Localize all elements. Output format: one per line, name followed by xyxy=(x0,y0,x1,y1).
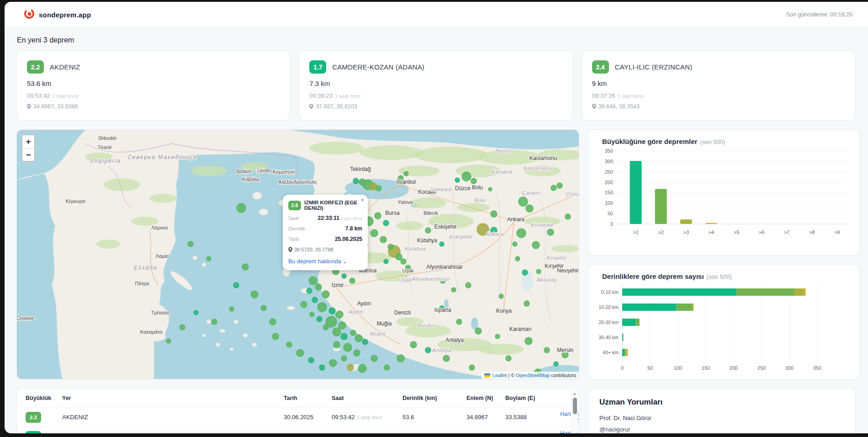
earthquake-marker[interactable] xyxy=(180,325,185,330)
earthquake-marker[interactable] xyxy=(383,220,389,226)
popup-about-link[interactable]: Bu deprem hakkında ⌄ xyxy=(288,258,362,265)
earthquake-marker[interactable] xyxy=(286,342,292,347)
popup-close-icon[interactable]: × xyxy=(360,197,364,203)
earthquake-marker[interactable] xyxy=(261,305,266,311)
earthquake-marker[interactable] xyxy=(342,274,346,278)
earthquake-marker[interactable] xyxy=(532,241,540,249)
earthquake-marker[interactable] xyxy=(272,333,279,340)
earthquake-marker[interactable] xyxy=(410,341,417,348)
earthquake-marker[interactable] xyxy=(396,254,402,260)
earthquake-marker[interactable] xyxy=(544,347,550,353)
earthquake-marker[interactable] xyxy=(270,319,276,325)
earthquake-card[interactable]: 2.4CAYLI-ILIC (ERZINCAN)9 km09:37:261 sa… xyxy=(582,51,855,121)
earthquake-marker[interactable] xyxy=(506,356,511,361)
earthquake-marker[interactable] xyxy=(233,282,239,288)
earthquake-marker[interactable] xyxy=(370,229,378,237)
earthquake-marker[interactable] xyxy=(229,307,234,311)
earthquake-marker[interactable] xyxy=(339,322,346,329)
earthquake-marker[interactable] xyxy=(371,355,377,362)
earthquake-marker[interactable] xyxy=(206,256,211,261)
earthquake-marker[interactable] xyxy=(333,341,340,348)
earthquake-marker[interactable] xyxy=(319,365,325,370)
earthquake-marker[interactable] xyxy=(456,319,462,325)
earthquake-marker[interactable] xyxy=(309,277,317,285)
table-row[interactable]: 2.2AKDENIZ30.06.202509:53:421 saat önce5… xyxy=(17,408,579,427)
earthquake-marker[interactable] xyxy=(375,213,381,219)
earthquake-marker[interactable] xyxy=(471,178,476,184)
earthquake-marker[interactable] xyxy=(237,203,246,213)
earthquake-marker[interactable] xyxy=(242,264,249,270)
earthquake-marker[interactable] xyxy=(376,186,381,191)
earthquake-marker[interactable] xyxy=(194,310,198,315)
earthquake-card[interactable]: 1.7CAMDERE-KOZAN (ADANA)7.3 km09:39:231 … xyxy=(299,51,572,121)
earthquake-marker[interactable] xyxy=(515,256,520,261)
earthquake-marker[interactable] xyxy=(188,241,193,247)
earthquake-marker[interactable] xyxy=(323,325,328,330)
earthquake-marker[interactable] xyxy=(301,301,307,308)
earthquake-marker[interactable] xyxy=(308,357,314,363)
leaflet-link[interactable]: Leaflet xyxy=(492,373,507,378)
earthquake-marker[interactable] xyxy=(491,211,497,217)
earthquake-marker[interactable] xyxy=(318,303,327,312)
earthquake-marker[interactable] xyxy=(310,312,314,317)
expert-handle[interactable]: @nacigorur xyxy=(599,426,844,433)
scrollbar-up-arrow-icon[interactable]: ▲ xyxy=(572,389,578,396)
earthquake-marker[interactable] xyxy=(404,171,408,176)
earthquake-marker[interactable] xyxy=(353,178,359,184)
earthquake-marker[interactable] xyxy=(296,349,304,357)
earthquake-marker[interactable] xyxy=(212,319,217,325)
earthquake-marker[interactable] xyxy=(347,364,354,371)
earthquake-marker[interactable] xyxy=(251,291,258,298)
table-row[interactable]: 1.7CAMDERE-KOZAN (ADANA)30.06.202509:39:… xyxy=(17,427,579,433)
earthquake-marker[interactable] xyxy=(384,365,390,370)
earthquake-marker[interactable] xyxy=(522,270,528,275)
earthquake-marker[interactable] xyxy=(565,214,571,219)
earthquake-marker[interactable] xyxy=(322,291,329,298)
earthquake-marker[interactable] xyxy=(397,355,404,362)
earthquake-marker[interactable] xyxy=(525,337,532,345)
earthquake-marker[interactable] xyxy=(384,259,388,264)
earthquake-marker[interactable] xyxy=(517,229,526,238)
earthquake-marker[interactable] xyxy=(315,284,322,290)
earthquake-marker[interactable] xyxy=(350,330,356,336)
earthquake-marker[interactable] xyxy=(466,282,471,288)
earthquake-marker[interactable] xyxy=(354,350,360,356)
earthquake-marker[interactable] xyxy=(439,242,444,246)
earthquake-marker[interactable] xyxy=(469,365,475,370)
osm-link[interactable]: OpenStreetMap xyxy=(516,373,550,378)
earthquake-marker[interactable] xyxy=(462,172,471,181)
earthquake-marker[interactable] xyxy=(341,356,347,361)
earthquake-marker[interactable] xyxy=(380,236,386,243)
earthquake-marker[interactable] xyxy=(425,347,431,353)
earthquake-marker[interactable] xyxy=(547,229,554,235)
earthquake-marker[interactable] xyxy=(358,364,366,373)
earthquake-marker[interactable] xyxy=(526,205,533,212)
brand[interactable]: sondeprem.app xyxy=(24,8,91,21)
scrollbar-thumb[interactable] xyxy=(573,398,577,414)
earthquake-marker[interactable] xyxy=(329,308,335,314)
map-panel[interactable]: İstanbulKocaeliYalovaTekirdağBursaBileci… xyxy=(16,129,579,379)
earthquake-marker[interactable] xyxy=(333,328,341,336)
earthquake-marker[interactable] xyxy=(341,333,347,340)
zoom-out-button[interactable]: − xyxy=(22,148,34,161)
earthquake-marker[interactable] xyxy=(451,288,456,292)
earthquake-marker[interactable] xyxy=(166,339,171,343)
earthquake-marker[interactable] xyxy=(551,185,556,191)
earthquake-marker[interactable] xyxy=(388,244,393,250)
earthquake-marker[interactable] xyxy=(344,343,352,352)
earthquake-marker[interactable] xyxy=(336,311,343,318)
earthquake-marker[interactable] xyxy=(536,269,541,274)
earthquake-marker[interactable] xyxy=(524,301,529,306)
table-scrollbar[interactable]: ▲ xyxy=(571,389,578,433)
earthquake-marker[interactable] xyxy=(425,228,431,233)
zoom-in-button[interactable]: + xyxy=(22,135,34,148)
leaflet-map[interactable]: İstanbulKocaeliYalovaTekirdağBursaBileci… xyxy=(17,130,579,379)
earthquake-marker[interactable] xyxy=(443,355,450,362)
earthquake-marker[interactable] xyxy=(475,328,482,334)
earthquake-marker[interactable] xyxy=(317,316,322,322)
earthquake-marker[interactable] xyxy=(307,288,312,293)
earthquake-marker[interactable] xyxy=(488,187,492,191)
earthquake-marker[interactable] xyxy=(499,294,503,298)
earthquake-marker[interactable] xyxy=(329,359,337,367)
earthquake-marker[interactable] xyxy=(359,179,365,185)
